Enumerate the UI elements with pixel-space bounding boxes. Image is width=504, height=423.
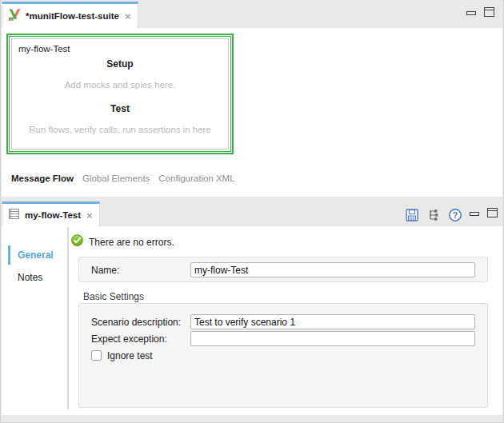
view-tab-global-elements[interactable]: Global Elements bbox=[82, 174, 150, 183]
minimize-icon[interactable] bbox=[466, 11, 476, 15]
sidebar-item-general[interactable]: General bbox=[18, 249, 54, 261]
status-message: There are no errors. bbox=[89, 237, 174, 248]
tab-my-flow-test[interactable]: my-flow-Test × bbox=[2, 202, 100, 226]
tab-munitflow-test-suite[interactable]: m *munitFlow-test-suite × bbox=[2, 2, 138, 28]
properties-toolbar: ? bbox=[404, 207, 462, 222]
flow-title: my-flow-Test bbox=[18, 44, 222, 54]
save-icon[interactable] bbox=[404, 207, 419, 222]
sidebar-divider bbox=[67, 227, 69, 409]
test-flow-container[interactable]: my-flow-Test Setup Add mocks and spies h… bbox=[11, 38, 229, 150]
setup-scope-hint: Add mocks and spies here. bbox=[18, 80, 222, 90]
close-icon[interactable]: × bbox=[125, 11, 131, 22]
expect-exception-input[interactable] bbox=[190, 331, 475, 346]
name-group: Name: bbox=[78, 257, 488, 282]
minimize-icon[interactable] bbox=[470, 212, 479, 216]
message-flow-canvas: my-flow-Test Setup Add mocks and spies h… bbox=[2, 28, 502, 197]
view-tab-message-flow[interactable]: Message Flow bbox=[11, 174, 74, 183]
editor-view-tabs: Message Flow Global Elements Configurati… bbox=[11, 174, 235, 183]
ignore-test-checkbox[interactable] bbox=[91, 350, 102, 361]
basic-settings-title: Basic Settings bbox=[83, 291, 144, 302]
svg-text:?: ? bbox=[452, 210, 457, 219]
test-flow-selection[interactable]: my-flow-Test Setup Add mocks and spies h… bbox=[6, 34, 234, 154]
expect-exception-label: Expect exception: bbox=[91, 333, 167, 345]
setup-scope-label: Setup bbox=[18, 58, 222, 70]
sidebar-item-notes[interactable]: Notes bbox=[18, 272, 42, 283]
tab-title: my-flow-Test bbox=[25, 210, 81, 220]
properties-panel: General Notes There are no errors. Name: bbox=[2, 226, 502, 415]
maximize-icon[interactable] bbox=[484, 7, 494, 17]
tab-title: *munitFlow-test-suite bbox=[26, 11, 119, 21]
scenario-description-input[interactable] bbox=[190, 314, 475, 329]
test-scope-label: Test bbox=[18, 103, 222, 114]
scenario-description-label: Scenario description: bbox=[91, 317, 181, 328]
check-icon bbox=[71, 234, 83, 249]
name-label: Name: bbox=[91, 265, 119, 276]
name-input[interactable] bbox=[190, 262, 475, 277]
validation-status: There are no errors. bbox=[71, 234, 174, 249]
help-icon[interactable]: ? bbox=[447, 207, 462, 222]
view-tab-configuration-xml[interactable]: Configuration XML bbox=[158, 174, 234, 183]
svg-text:m: m bbox=[9, 16, 14, 22]
munit-suite-icon: m bbox=[8, 8, 22, 24]
form-editor-icon bbox=[8, 208, 21, 223]
ignore-test-label: Ignore test bbox=[107, 350, 153, 361]
close-icon[interactable]: × bbox=[86, 210, 93, 221]
maximize-icon[interactable] bbox=[487, 208, 498, 217]
tree-view-icon[interactable] bbox=[426, 207, 441, 222]
active-section-indicator bbox=[8, 245, 10, 265]
basic-settings-group: Scenario description: Expect exception: … bbox=[78, 303, 488, 408]
munit-editor-window: m *munitFlow-test-suite × my-flow-Test S… bbox=[0, 0, 504, 423]
test-scope-hint: Run flows, verify calls, run assertions … bbox=[18, 125, 222, 134]
flow-editor-tabbar: m *munitFlow-test-suite × bbox=[2, 0, 502, 28]
